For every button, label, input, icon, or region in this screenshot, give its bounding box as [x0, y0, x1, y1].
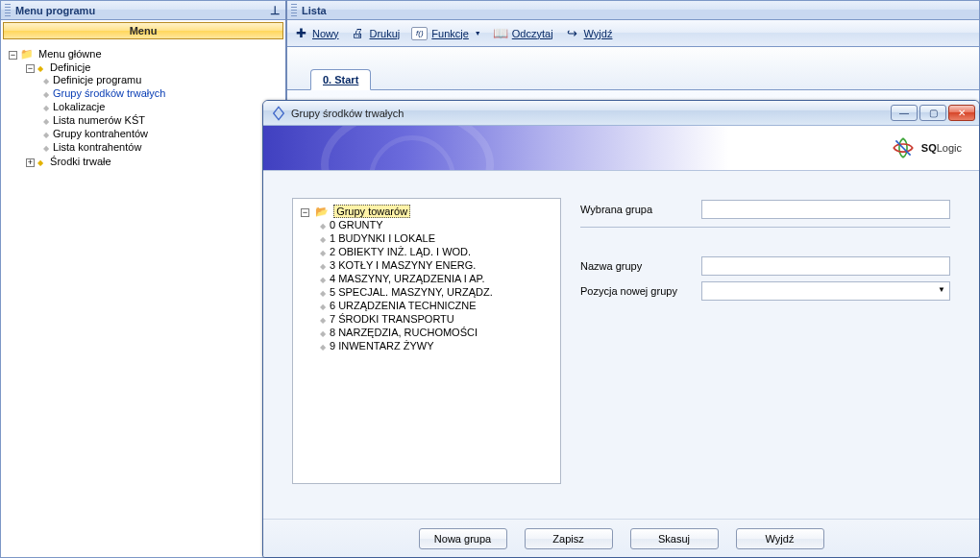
tree-item-label: Lista kontrahentów [53, 141, 141, 153]
print-icon: 🖨 [351, 26, 366, 41]
groups-dialog: Grupy środków trwałych — ▢ ✕ SQLogic − 📂… [262, 100, 980, 558]
tree-node-label: Środki trwałe [50, 156, 111, 167]
tab-start[interactable]: 0. Start [310, 69, 371, 90]
tree-item[interactable]: ◆Lokalizacje [43, 100, 282, 113]
new-group-pos-label: Pozycja nowej grupy [580, 285, 701, 297]
toolbar-exit[interactable]: ↪ Wyjdź [565, 26, 613, 41]
tree-item-label: Lista numerów KŚT [53, 114, 145, 126]
diamond-icon: ◆ [43, 104, 49, 112]
tree-node-srodki[interactable]: +◆ Środki trwałe [26, 155, 282, 168]
group-tree-box[interactable]: − 📂 Grupy towarów ◆0 GRUNTY◆1 BUDYNKI I … [292, 198, 561, 484]
group-tree-item-label: 4 MASZYNY, URZĄDZENIA I AP. [330, 273, 485, 284]
group-tree-item-label: 6 URZĄDZENIA TECHNICZNE [330, 300, 477, 311]
tree-item-label: Lokalizacje [53, 101, 105, 112]
toolbar-new[interactable]: ✚ Nowy [293, 26, 339, 41]
diamond-icon: ◆ [43, 144, 49, 153]
group-tree-item-label: 0 GRUNTY [330, 219, 383, 230]
toolbar-label: Odczytaj [512, 28, 553, 39]
selected-group-label: Wybrana grupa [580, 204, 701, 215]
divider [580, 227, 950, 228]
diamond-icon: ◆ [43, 77, 49, 85]
tree-item[interactable]: ◆Lista numerów KŚT [43, 113, 282, 127]
tree-item[interactable]: ◆Lista kontrahentów [43, 140, 282, 154]
group-tree-item-label: 3 KOTŁY I MASZYNY ENERG. [330, 259, 476, 271]
diamond-icon: ◆ [320, 276, 326, 284]
list-title: Lista [302, 5, 327, 16]
logo-icon [891, 135, 916, 160]
menu-band: Menu [3, 22, 283, 39]
group-tree-item[interactable]: ◆2 OBIEKTY INŻ. LĄD. I WOD. [320, 245, 554, 258]
diamond-icon: ◆ [320, 303, 326, 311]
expand-icon[interactable]: + [26, 158, 35, 167]
tree-item-selected[interactable]: ◆Grupy środków trwałych [43, 86, 282, 100]
diamond-icon: ◆ [37, 158, 43, 167]
read-icon: 📖 [493, 26, 508, 41]
sqlogic-logo: SQLogic [891, 135, 962, 160]
group-tree-item[interactable]: ◆8 NARZĘDZIA, RUCHOMOŚCI [320, 326, 554, 339]
form-area: Wybrana grupa Nazwa grupy Pozycja nowej … [580, 198, 950, 509]
diamond-icon: ◆ [37, 64, 43, 73]
group-name-input[interactable] [701, 256, 950, 276]
group-tree-root-label: Grupy towarów [333, 205, 410, 218]
group-tree-item[interactable]: ◆5 SPECJAL. MASZYNY, URZĄDZ. [320, 285, 554, 299]
diamond-icon: ◆ [320, 329, 326, 338]
toolbar: ✚ Nowy 🖨 Drukuj f() Funkcje ▼ 📖 Odczytaj… [287, 20, 979, 47]
tab-label: 0. Start [323, 74, 358, 85]
diamond-icon: ◆ [43, 117, 49, 126]
group-tree-item[interactable]: ◆3 KOTŁY I MASZYNY ENERG. [320, 258, 554, 272]
delete-button[interactable]: Skasuj [630, 528, 719, 549]
group-tree-item[interactable]: ◆0 GRUNTY [320, 218, 554, 231]
group-tree-item-label: 7 ŚRODKI TRANSPORTU [330, 313, 454, 325]
tree-node-definicje[interactable]: −◆ Definicje ◆Definicje programu ◆Grupy … [26, 61, 282, 155]
tree-node-label: Definicje [50, 61, 90, 73]
expand-icon[interactable]: − [301, 208, 309, 217]
save-button[interactable]: Zapisz [525, 528, 613, 549]
group-tree-item-label: 5 SPECJAL. MASZYNY, URZĄDZ. [330, 286, 493, 298]
close-button[interactable]: ✕ [948, 105, 975, 121]
new-icon: ✚ [293, 26, 308, 41]
expand-icon[interactable]: − [26, 64, 35, 73]
group-tree-item-label: 8 NARZĘDZIA, RUCHOMOŚCI [330, 327, 478, 338]
menu-tree: −📁 Menu główne −◆ Definicje ◆Definicje p… [1, 41, 285, 175]
new-group-pos-combo[interactable]: ▼ [701, 281, 950, 301]
toolbar-label: Drukuj [370, 28, 401, 39]
group-tree-item[interactable]: ◆6 URZĄDZENIA TECHNICZNE [320, 299, 554, 312]
toolbar-print[interactable]: 🖨 Drukuj [351, 26, 401, 41]
program-menu-title: Menu programu [15, 5, 95, 16]
group-tree-item[interactable]: ◆4 MASZYNY, URZĄDZENIA I AP. [320, 272, 554, 285]
tree-item-label: Grupy środków trwałych [53, 87, 165, 99]
group-name-label: Nazwa grupy [580, 260, 701, 272]
logo-text: Logic [937, 142, 962, 154]
dialog-title-bar[interactable]: Grupy środków trwałych — ▢ ✕ [263, 101, 979, 126]
toolbar-label: Nowy [312, 28, 339, 39]
group-tree-item[interactable]: ◆9 INWENTARZ ŻYWY [320, 339, 554, 352]
toolbar-label: Funkcje [431, 28, 469, 39]
new-group-button[interactable]: Nowa grupa [419, 528, 507, 549]
exit-button[interactable]: Wyjdź [736, 528, 824, 549]
folder-icon: 📂 [315, 206, 329, 217]
diamond-icon: ◆ [320, 222, 326, 230]
maximize-button[interactable]: ▢ [919, 105, 946, 121]
diamond-icon: ◆ [43, 131, 49, 139]
pin-icon[interactable]: ⊥ [268, 4, 282, 17]
toolbar-functions[interactable]: f() Funkcje ▼ [411, 27, 480, 40]
expand-icon[interactable]: − [9, 51, 17, 60]
list-title-bar: Lista [287, 1, 979, 20]
exit-icon: ↪ [565, 26, 580, 41]
toolbar-read[interactable]: 📖 Odczytaj [493, 26, 553, 41]
group-tree-root[interactable]: − 📂 Grupy towarów ◆0 GRUNTY◆1 BUDYNKI I … [301, 205, 554, 353]
tree-root[interactable]: −📁 Menu główne −◆ Definicje ◆Definicje p… [9, 47, 282, 169]
selected-group-input[interactable] [701, 200, 950, 219]
diamond-icon: ◆ [320, 262, 326, 271]
diamond-icon: ◆ [320, 343, 326, 352]
dialog-banner: SQLogic [263, 126, 979, 171]
tree-item[interactable]: ◆Definicje programu [43, 73, 282, 86]
group-tree-item[interactable]: ◆1 BUDYNKI I LOKALE [320, 231, 554, 245]
minimize-button[interactable]: — [891, 105, 918, 121]
diamond-icon: ◆ [320, 289, 326, 298]
group-tree-item[interactable]: ◆7 ŚRODKI TRANSPORTU [320, 312, 554, 326]
dialog-title: Grupy środków trwałych [291, 108, 404, 119]
dropdown-caret-icon: ▼ [475, 30, 481, 36]
dialog-icon [271, 106, 286, 121]
tree-item[interactable]: ◆Grupy kontrahentów [43, 127, 282, 140]
